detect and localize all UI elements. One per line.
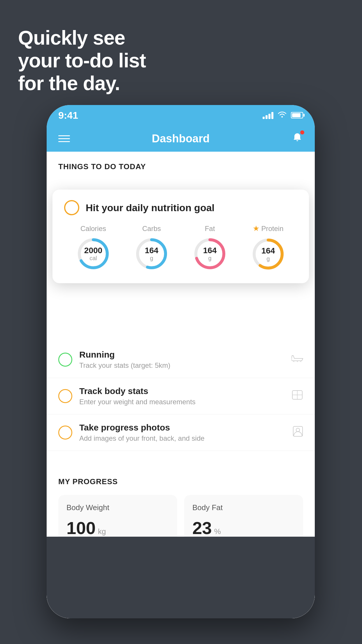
todo-text-body-stats: Track body stats Enter your weight and m…: [79, 386, 284, 406]
phone-frame: 9:41: [47, 105, 315, 618]
protein-ring: 164 g: [251, 237, 286, 272]
fat-unit: g: [203, 255, 217, 261]
todo-subtitle-photos: Add images of your front, back, and side: [79, 434, 286, 442]
carbs-unit: g: [145, 255, 159, 261]
calories-value: 2000: [84, 246, 102, 255]
nutrient-calories: Calories 2000 cal: [76, 225, 111, 271]
weight-unit: kg: [98, 527, 106, 536]
todo-text-running: Running Track your stats (target: 5km): [79, 350, 284, 370]
fat-value: 164: [203, 246, 217, 255]
weight-card-title: Body Weight: [66, 503, 169, 512]
background: Quickly see your to-do list for the day.…: [0, 0, 362, 644]
svg-point-12: [296, 428, 300, 432]
todo-item-body-stats[interactable]: Track body stats Enter your weight and m…: [47, 378, 315, 414]
bell-icon[interactable]: [291, 132, 303, 146]
nutrient-protein: ★ Protein 164 g: [251, 224, 286, 272]
todo-item-running[interactable]: Running Track your stats (target: 5km): [47, 342, 315, 378]
status-bar: 9:41: [47, 105, 315, 125]
signal-bars-icon: [263, 111, 273, 119]
nutrition-circles: Calories 2000 cal: [64, 224, 297, 272]
fat-card-title: Body Fat: [192, 503, 295, 512]
person-icon: [293, 426, 303, 440]
fat-unit: %: [214, 527, 221, 536]
weight-value-row: 100 kg: [66, 518, 169, 538]
wifi-icon: [277, 111, 287, 120]
todo-circle-running: [58, 353, 72, 367]
things-section-title: THINGS TO DO TODAY: [58, 162, 303, 171]
todo-text-photos: Take progress photos Add images of your …: [79, 423, 286, 442]
shoe-icon: [291, 353, 303, 366]
fat-value: 23: [192, 518, 212, 538]
todo-subtitle-running: Track your stats (target: 5km): [79, 361, 284, 370]
nav-title: Dashboard: [152, 132, 210, 145]
calories-label: Calories: [80, 225, 106, 233]
things-header: THINGS TO DO TODAY: [47, 152, 315, 178]
calories-unit: cal: [84, 255, 102, 261]
fat-value-row: 23 %: [192, 518, 295, 538]
status-time: 9:41: [58, 110, 78, 121]
calories-ring: 2000 cal: [76, 236, 111, 271]
battery-icon: [291, 112, 303, 118]
notification-dot: [300, 130, 304, 134]
todo-list: Running Track your stats (target: 5km): [47, 342, 315, 451]
protein-value: 164: [261, 246, 275, 256]
todo-circle-nutrition: [64, 200, 79, 215]
scale-icon: [291, 390, 303, 403]
todo-title-body-stats: Track body stats: [79, 386, 284, 396]
star-icon: ★: [253, 224, 259, 233]
protein-label: ★ Protein: [253, 224, 283, 233]
fat-ring: 164 g: [192, 236, 227, 271]
nutrient-carbs: Carbs 164 g: [134, 225, 169, 271]
todo-title-photos: Take progress photos: [79, 423, 286, 433]
carbs-label: Carbs: [142, 225, 161, 233]
hamburger-menu[interactable]: [58, 135, 70, 142]
status-icons: [263, 111, 303, 120]
todo-circle-photos: [58, 426, 72, 440]
nav-bar: Dashboard: [47, 125, 315, 152]
todo-title-running: Running: [79, 350, 284, 360]
fat-label: Fat: [205, 225, 215, 233]
card-header: Hit your daily nutrition goal: [64, 200, 297, 215]
carbs-value: 164: [145, 246, 159, 255]
todo-subtitle-body-stats: Enter your weight and measurements: [79, 398, 284, 406]
phone-dark-bottom: [47, 537, 315, 618]
progress-title: MY PROGRESS: [58, 477, 303, 486]
todo-circle-body-stats: [58, 389, 72, 403]
nutrient-fat: Fat 164 g: [192, 225, 227, 271]
carbs-ring: 164 g: [134, 236, 169, 271]
card-title: Hit your daily nutrition goal: [86, 202, 215, 214]
nutrition-card[interactable]: Hit your daily nutrition goal Calories: [52, 190, 309, 283]
hero-line2: your to-do list: [18, 49, 146, 72]
hero-line3: for the day.: [18, 72, 146, 94]
weight-value: 100: [66, 518, 96, 538]
hero-line1: Quickly see: [18, 26, 146, 49]
hero-text: Quickly see your to-do list for the day.: [18, 26, 146, 95]
todo-item-photos[interactable]: Take progress photos Add images of your …: [47, 414, 315, 451]
protein-unit: g: [261, 255, 275, 262]
